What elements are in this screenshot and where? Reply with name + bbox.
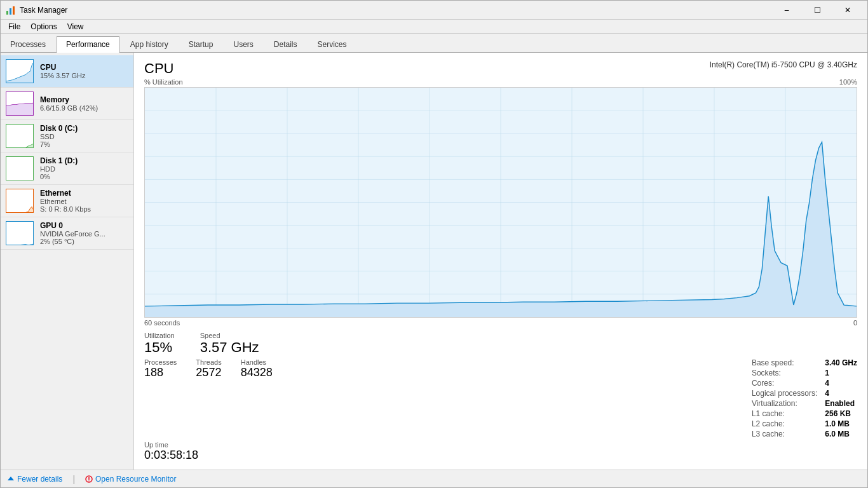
disk1-type: HDD bbox=[40, 165, 128, 173]
tab-app-history[interactable]: App history bbox=[121, 36, 178, 52]
handles-label: Handles bbox=[241, 358, 273, 366]
disk1-info: Disk 1 (D:) HDD 0% bbox=[40, 156, 128, 180]
svg-rect-0 bbox=[6, 11, 8, 15]
l2-val: 1.0 MB bbox=[825, 419, 857, 428]
svg-rect-1 bbox=[10, 8, 11, 15]
disk1-usage: 0% bbox=[40, 173, 128, 180]
tabs-bar: Processes Performance App history Startu… bbox=[1, 34, 867, 53]
sidebar-item-disk1[interactable]: Disk 1 (D:) HDD 0% bbox=[1, 152, 133, 185]
close-button[interactable]: ✕ bbox=[833, 1, 862, 19]
logical-val: 4 bbox=[825, 389, 857, 398]
cores-key: Cores: bbox=[752, 379, 817, 388]
window-title: Task Manager bbox=[20, 6, 67, 15]
processes-value: 188 bbox=[144, 366, 177, 379]
gpu0-thumbnail bbox=[6, 221, 34, 245]
tab-processes[interactable]: Processes bbox=[1, 36, 55, 52]
chart-y-label: % Utilization 100% bbox=[144, 78, 857, 86]
uptime-label: Up time bbox=[144, 441, 857, 449]
tab-startup[interactable]: Startup bbox=[179, 36, 223, 52]
chevron-up-icon bbox=[7, 475, 15, 483]
ethernet-type: Ethernet bbox=[40, 198, 128, 205]
speed-label: Speed bbox=[200, 332, 259, 339]
svg-rect-2 bbox=[13, 6, 15, 15]
open-resource-monitor-link[interactable]: Open Resource Monitor bbox=[85, 475, 176, 484]
ethernet-info: Ethernet Ethernet S: 0 R: 8.0 Kbps bbox=[40, 189, 128, 213]
minimize-button[interactable]: – bbox=[772, 1, 801, 19]
logical-key: Logical processors: bbox=[752, 389, 817, 398]
base-speed-key: Base speed: bbox=[752, 358, 817, 367]
disk0-type: SSD bbox=[40, 133, 128, 140]
threads-value: 2572 bbox=[196, 366, 221, 379]
gpu0-usage: 2% (55 °C) bbox=[40, 238, 128, 245]
open-resource-monitor-text: Open Resource Monitor bbox=[95, 475, 176, 484]
disk0-info: Disk 0 (C:) SSD 7% bbox=[40, 124, 128, 148]
disk0-thumbnail bbox=[6, 124, 34, 148]
stat-handles: Handles 84328 bbox=[241, 358, 273, 438]
disk0-label: Disk 0 (C:) bbox=[40, 124, 128, 133]
menu-bar: File Options View bbox=[1, 20, 867, 34]
ethernet-label: Ethernet bbox=[40, 189, 128, 198]
handles-value: 84328 bbox=[241, 366, 273, 379]
title-bar-left: Task Manager bbox=[6, 5, 67, 15]
disk1-thumbnail bbox=[6, 156, 34, 180]
fewer-details-text: Fewer details bbox=[17, 475, 62, 484]
processor-name: Intel(R) Core(TM) i5-7500 CPU @ 3.40GHz bbox=[710, 60, 857, 69]
sockets-val: 1 bbox=[825, 369, 857, 377]
util-value: 15% bbox=[144, 339, 175, 356]
stat-utilization: Utilization 15% bbox=[144, 332, 175, 356]
cpu-details: Base speed: 3.40 GHz Sockets: 1 Cores: 4… bbox=[752, 358, 857, 438]
cpu-chart bbox=[144, 87, 857, 318]
sidebar-item-memory[interactable]: Memory 6.6/15.9 GB (42%) bbox=[1, 88, 133, 120]
tab-services[interactable]: Services bbox=[308, 36, 356, 52]
window-controls: – ☐ ✕ bbox=[772, 1, 862, 19]
l3-key: L3 cache: bbox=[752, 430, 817, 438]
maximize-button[interactable]: ☐ bbox=[803, 1, 832, 19]
gpu0-model: NVIDIA GeForce G... bbox=[40, 230, 128, 238]
sidebar-item-gpu0[interactable]: GPU 0 NVIDIA GeForce G... 2% (55 °C) bbox=[1, 217, 133, 250]
footer-bar: Fewer details | Open Resource Monitor bbox=[1, 470, 867, 487]
svg-marker-27 bbox=[8, 477, 14, 480]
performance-panel: CPU Intel(R) Core(TM) i5-7500 CPU @ 3.40… bbox=[134, 53, 867, 470]
memory-thumbnail bbox=[6, 92, 34, 116]
processes-label: Processes bbox=[144, 358, 177, 366]
util-label: Utilization bbox=[144, 332, 175, 339]
chart-time-right: 0 bbox=[853, 319, 857, 327]
threads-label: Threads bbox=[196, 358, 221, 366]
tab-performance[interactable]: Performance bbox=[57, 36, 119, 53]
virt-val: Enabled bbox=[825, 399, 857, 408]
stat-threads: Threads 2572 bbox=[196, 358, 221, 438]
cores-val: 4 bbox=[825, 379, 857, 388]
l3-val: 6.0 MB bbox=[825, 430, 857, 438]
sidebar-item-cpu[interactable]: CPU 15% 3.57 GHz bbox=[1, 55, 133, 88]
tab-users[interactable]: Users bbox=[224, 36, 262, 52]
svg-point-30 bbox=[88, 480, 90, 482]
disk0-usage: 7% bbox=[40, 140, 128, 148]
svg-marker-7 bbox=[6, 244, 34, 245]
ethernet-thumbnail bbox=[6, 189, 34, 213]
fewer-details-link[interactable]: Fewer details bbox=[7, 475, 62, 484]
ethernet-stats: S: 0 R: 8.0 Kbps bbox=[40, 205, 128, 213]
virt-key: Virtualization: bbox=[752, 399, 817, 408]
memory-label: Memory bbox=[40, 95, 128, 104]
l2-key: L2 cache: bbox=[752, 419, 817, 428]
menu-view[interactable]: View bbox=[62, 21, 89, 32]
svg-marker-5 bbox=[6, 144, 34, 148]
svg-marker-6 bbox=[6, 207, 34, 213]
cpu-stats: 15% 3.57 GHz bbox=[40, 72, 128, 79]
process-stats-row: Processes 188 Threads 2572 Handles 84328… bbox=[144, 358, 857, 438]
disk1-label: Disk 1 (D:) bbox=[40, 156, 128, 165]
chart-time-labels: 60 seconds 0 bbox=[144, 319, 857, 327]
menu-options[interactable]: Options bbox=[25, 21, 62, 32]
chart-svg bbox=[145, 88, 857, 317]
sidebar: CPU 15% 3.57 GHz Memory 6.6/15.9 GB (42%… bbox=[1, 53, 134, 470]
resource-monitor-icon bbox=[85, 475, 93, 483]
gpu0-info: GPU 0 NVIDIA GeForce G... 2% (55 °C) bbox=[40, 221, 128, 245]
sidebar-item-ethernet[interactable]: Ethernet Ethernet S: 0 R: 8.0 Kbps bbox=[1, 185, 133, 217]
speed-value: 3.57 GHz bbox=[200, 339, 259, 356]
sidebar-item-disk0[interactable]: Disk 0 (C:) SSD 7% bbox=[1, 120, 133, 152]
menu-file[interactable]: File bbox=[3, 21, 25, 32]
gpu0-label: GPU 0 bbox=[40, 221, 128, 230]
base-speed-val: 3.40 GHz bbox=[825, 358, 857, 367]
app-icon bbox=[6, 5, 16, 15]
tab-details[interactable]: Details bbox=[264, 36, 307, 52]
